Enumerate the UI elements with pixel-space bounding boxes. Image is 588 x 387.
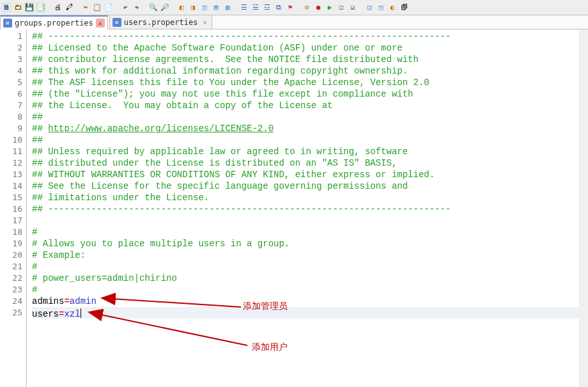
toolbar-icon-generic[interactable]: ◳	[376, 3, 386, 13]
line-number: 23	[0, 284, 26, 296]
code-line[interactable]: ## -------------------------------------…	[32, 31, 588, 42]
toolbar-icon-generic[interactable]: 🗀	[13, 3, 23, 13]
code-line[interactable]: ## (the "License"); you may not use this…	[32, 88, 588, 100]
toolbar-icon-generic[interactable]: ▶	[325, 3, 335, 13]
paste-icon[interactable]: 📄	[104, 3, 114, 13]
line-number: 13	[0, 169, 26, 180]
code-line[interactable]: ## this work for additional information …	[32, 65, 588, 77]
code-line[interactable]: ## limitations under the License.	[32, 192, 588, 203]
line-number: 25	[0, 307, 26, 319]
toolbar-icon-generic[interactable]: ▥	[222, 3, 233, 13]
svg-line-1	[102, 298, 241, 307]
line-number: 8	[0, 111, 26, 123]
toolbar-icon-generic[interactable]: 🗎	[1, 3, 12, 13]
line-number: 11	[0, 146, 26, 157]
code-line[interactable]: #	[32, 226, 588, 238]
toolbar-icon-generic[interactable]: ☱	[251, 3, 261, 13]
code-line[interactable]	[32, 215, 588, 226]
close-icon[interactable]: ✕	[200, 18, 209, 27]
line-number: 4	[0, 65, 26, 77]
save-icon[interactable]: 💾	[24, 3, 35, 13]
line-number: 6	[0, 88, 26, 100]
line-number: 15	[0, 192, 26, 203]
save-all-icon[interactable]: 📑	[36, 3, 46, 13]
replace-icon[interactable]: 🔎	[160, 3, 170, 13]
toolbar-icon-generic[interactable]: ●	[313, 3, 323, 13]
code-line[interactable]: # Allows you to place multiple users in …	[32, 238, 588, 249]
tab-bar: ≡ groups.properties ✕ ≡ users.properties…	[0, 15, 588, 29]
toolbar-icon-generic[interactable]: ◨	[188, 3, 198, 13]
code-line[interactable]: ## The ASF licenses this file to You und…	[32, 77, 588, 88]
toolbar-icon-generic[interactable]: 🖍	[64, 3, 74, 13]
code-line[interactable]: ## -------------------------------------…	[32, 203, 588, 215]
toolbar-icon-generic[interactable]: ⚙	[302, 3, 312, 13]
tab-label: users.properties	[124, 18, 198, 27]
toolbar-icon-generic[interactable]: ◧	[176, 3, 187, 13]
line-number: 3	[0, 54, 26, 65]
toolbar-icon-generic[interactable]: ⧉	[274, 3, 284, 13]
code-line[interactable]: ## contributor license agreements. See t…	[32, 54, 588, 65]
tab-label: groups.properties	[15, 19, 93, 28]
code-line[interactable]: ## http://www.apache.org/licenses/LICENS…	[32, 123, 588, 134]
code-line[interactable]: ## See the License for the specific lang…	[32, 180, 588, 192]
code-line[interactable]: ##	[32, 134, 588, 146]
close-icon[interactable]: ✕	[96, 19, 105, 28]
line-number: 19	[0, 238, 26, 249]
line-number: 18	[0, 226, 26, 238]
tab-users-properties[interactable]: ≡ users.properties ✕	[109, 15, 213, 29]
line-number: 9	[0, 123, 26, 134]
line-number: 24	[0, 296, 26, 307]
line-number: 17	[0, 215, 26, 226]
code-line[interactable]: # power_users=admin|chirino	[32, 272, 588, 284]
code-line[interactable]: ## Unless required by applicable law or …	[32, 146, 588, 157]
line-number: 2	[0, 42, 26, 54]
toolbar-icon-generic[interactable]: ☰	[239, 3, 249, 13]
line-number: 16	[0, 203, 26, 215]
properties-file-icon: ≡	[112, 18, 121, 27]
toolbar-icon-generic[interactable]: ◲	[364, 3, 375, 13]
toolbar-icon-generic[interactable]: ◐	[387, 3, 398, 13]
print-icon[interactable]: 🖨	[52, 3, 63, 13]
line-number: 22	[0, 272, 26, 284]
code-line[interactable]: ## the License. You may obtain a copy of…	[32, 100, 588, 111]
code-line[interactable]: ## distributed under the License is dist…	[32, 157, 588, 169]
properties-file-icon: ≡	[3, 19, 12, 28]
svg-line-3	[89, 312, 247, 345]
line-number-gutter: 1234567891011121314151617181920212223242…	[0, 29, 27, 387]
search-icon[interactable]: 🔍	[148, 3, 159, 13]
code-line[interactable]: #	[32, 261, 588, 272]
annotation-arrow-user	[81, 307, 273, 352]
toolbar-icon-generic[interactable]: ☑	[348, 3, 358, 13]
line-number: 7	[0, 100, 26, 111]
line-number: 12	[0, 157, 26, 169]
redo-icon[interactable]: ↷	[132, 3, 142, 13]
code-line[interactable]: ## Licensed to the Apache Software Found…	[32, 42, 588, 54]
toolbar-icon-generic[interactable]: ▤	[211, 3, 221, 13]
toolbar: 🗎 🗀 💾 📑 🖨 🖍 ✂ 📋 📄 ↶ ↷ 🔍 🔎 ◧ ◨ ◫ ▤ ▥ ☰ ☱ …	[0, 0, 588, 15]
cut-icon[interactable]: ✂	[81, 3, 91, 13]
editor: 1234567891011121314151617181920212223242…	[0, 29, 588, 387]
toolbar-icon-generic[interactable]: 🗐	[399, 3, 409, 13]
line-number: 1	[0, 31, 26, 42]
tab-groups-properties[interactable]: ≡ groups.properties ✕	[0, 15, 108, 29]
toolbar-icon-generic[interactable]: ◫	[199, 3, 210, 13]
toolbar-icon-generic[interactable]: ⚑	[285, 3, 295, 13]
line-number: 14	[0, 180, 26, 192]
code-line[interactable]: ##	[32, 111, 588, 123]
line-number: 20	[0, 249, 26, 261]
line-number: 21	[0, 261, 26, 272]
copy-icon[interactable]: 📋	[92, 3, 102, 13]
undo-icon[interactable]: ↶	[120, 3, 130, 13]
toolbar-icon-generic[interactable]: ☐	[336, 3, 346, 13]
code-line[interactable]: ## WITHOUT WARRANTIES OR CONDITIONS OF A…	[32, 169, 588, 180]
line-number: 5	[0, 77, 26, 88]
code-line[interactable]: # Example:	[32, 249, 588, 261]
toolbar-icon-generic[interactable]: ☲	[262, 3, 272, 13]
line-number: 10	[0, 134, 26, 146]
editor-content[interactable]: ## -------------------------------------…	[27, 29, 588, 387]
vertical-scrollbar[interactable]	[579, 29, 588, 387]
